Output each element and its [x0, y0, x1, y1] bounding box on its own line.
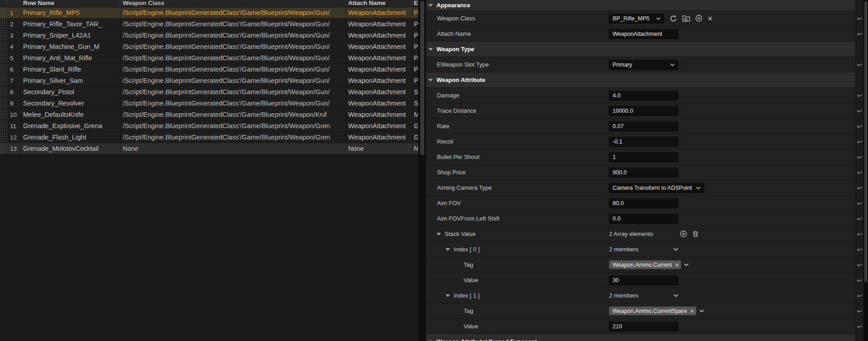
reset-to-default-button[interactable]: ↩: [855, 88, 863, 103]
cell-weapon-class[interactable]: /Script/Engine.BlueprintGeneratedClass'/…: [120, 86, 346, 97]
table-row[interactable]: 7 Primary_Silver_Sam /Script/Engine.Blue…: [0, 75, 418, 86]
cell-weapon-class[interactable]: /Script/Engine.BlueprintGeneratedClass'/…: [120, 53, 346, 63]
row-drag-handle[interactable]: [0, 120, 8, 131]
cell-slot-type[interactable]: P: [412, 30, 418, 41]
row-drag-handle[interactable]: [0, 86, 8, 97]
category-weapon-type[interactable]: Weapon Type: [426, 42, 863, 57]
reset-to-default-button[interactable]: ↩: [855, 226, 863, 241]
aim-fov-input[interactable]: 80.0: [609, 198, 678, 208]
recoil-input[interactable]: -0.1: [609, 137, 678, 147]
category-spread-exponent-partial[interactable]: Weapon Attribute/ Spread Exponent: [426, 334, 863, 341]
aim-fov-left-shift-input[interactable]: 0.0: [609, 214, 678, 224]
column-header-attach-name[interactable]: Attach Name: [346, 0, 412, 7]
reset-to-default-button[interactable]: ↩: [855, 211, 863, 226]
cell-attach-name[interactable]: WeaponAttachment: [346, 75, 412, 86]
reset-to-default-button[interactable]: ↩: [855, 273, 863, 288]
cell-attach-name[interactable]: WeaponAttachment: [346, 53, 412, 63]
cell-attach-name[interactable]: WeaponAttachment: [346, 19, 412, 29]
table-row[interactable]: 13 Grenade_MolotovCocktail None None N: [0, 143, 418, 154]
cell-slot-type[interactable]: G: [412, 132, 418, 143]
cell-row-name[interactable]: Primary_Machine_Gun_M: [21, 41, 120, 52]
table-row[interactable]: 1 Primary_Rifle_MP5 /Script/Engine.Bluep…: [0, 7, 418, 19]
table-row[interactable]: 9 Secondary_Revolver /Script/Engine.Blue…: [0, 98, 418, 109]
bullet-per-shoot-input[interactable]: 1: [609, 152, 678, 162]
cell-attach-name[interactable]: WeaponAttachment: [346, 41, 412, 52]
row-drag-handle[interactable]: [0, 19, 8, 29]
collapse-arrow-icon[interactable]: [428, 48, 433, 51]
panel-splitter[interactable]: [418, 0, 426, 341]
cell-slot-type[interactable]: G: [412, 120, 418, 131]
reset-to-default-button[interactable]: ↩: [855, 180, 863, 195]
cell-row-name[interactable]: Grenade_MolotovCocktail: [21, 143, 120, 154]
cell-attach-name[interactable]: WeaponAttachment: [346, 109, 412, 120]
cell-attach-name[interactable]: WeaponAttachment: [346, 98, 412, 109]
row-drag-handle[interactable]: [0, 41, 8, 52]
index-members-dropdown[interactable]: 2 members: [609, 246, 678, 253]
category-weapon-attribute[interactable]: Weapon Attribute: [426, 72, 863, 88]
cell-slot-type[interactable]: N: [412, 143, 418, 154]
cell-weapon-class[interactable]: /Script/Engine.BlueprintGeneratedClass'/…: [120, 7, 346, 18]
cell-row-name[interactable]: Grenade_Explosive_Grena: [21, 120, 120, 131]
row-drag-handle[interactable]: [0, 75, 8, 86]
table-row[interactable]: 8 Secondary_Pistol /Script/Engine.Bluepr…: [0, 86, 418, 98]
cell-weapon-class[interactable]: /Script/Engine.BlueprintGeneratedClass'/…: [120, 75, 346, 86]
row-drag-handle[interactable]: [0, 7, 8, 18]
add-asset-icon[interactable]: [695, 15, 702, 22]
tag-dropdown-chevron-icon[interactable]: [699, 309, 704, 312]
row-drag-handle[interactable]: [0, 98, 8, 109]
cell-row-name[interactable]: Primary_Rifle_Tavor_TAR_: [21, 19, 120, 29]
gameplay-tag-chip[interactable]: Weapon.Ammo.CurrentSpare ×: [609, 307, 696, 315]
cell-weapon-class[interactable]: /Script/Engine.BlueprintGeneratedClass'/…: [120, 132, 346, 143]
column-header-row-name[interactable]: Row Name: [21, 0, 120, 7]
slot-type-dropdown[interactable]: Primary: [609, 60, 678, 70]
cell-slot-type[interactable]: S: [412, 86, 418, 97]
cell-slot-type[interactable]: P: [412, 75, 418, 86]
add-array-element-icon[interactable]: [680, 231, 687, 237]
table-row[interactable]: 10 Melee_DefaultsKnife /Script/Engine.Bl…: [0, 109, 418, 120]
cell-weapon-class[interactable]: /Script/Engine.BlueprintGeneratedClass'/…: [120, 41, 346, 52]
cell-attach-name[interactable]: WeaponAttachment: [346, 7, 412, 18]
reset-to-default-button[interactable]: ↩: [855, 165, 863, 180]
shop-price-input[interactable]: 900.0: [609, 168, 678, 178]
table-row[interactable]: 5 Primary_Anti_Mat_Rifle /Script/Engine.…: [0, 53, 418, 64]
clear-array-icon[interactable]: [692, 231, 699, 237]
attach-name-input[interactable]: WeaponAttachment: [609, 29, 678, 39]
collapse-arrow-icon[interactable]: [446, 294, 450, 297]
browse-to-asset-icon[interactable]: [682, 15, 690, 22]
cell-attach-name[interactable]: None: [346, 143, 412, 154]
use-selected-asset-icon[interactable]: [670, 15, 677, 22]
cell-slot-type[interactable]: P: [412, 19, 418, 29]
column-header-slot-type[interactable]: E: [412, 0, 418, 7]
reset-to-default-button[interactable]: ↩: [855, 196, 863, 211]
tag-dropdown-chevron-icon[interactable]: [684, 263, 689, 266]
reset-to-default-button[interactable]: ↩: [855, 242, 863, 257]
remove-tag-icon[interactable]: ×: [690, 308, 694, 314]
cell-row-name[interactable]: Primary_Anti_Mat_Rifle: [21, 53, 120, 63]
reset-to-default-button[interactable]: ↩: [855, 26, 863, 41]
table-row[interactable]: 11 Grenade_Explosive_Grena /Script/Engin…: [0, 120, 418, 132]
cell-row-name[interactable]: Primary_Sniper_L42A1: [21, 30, 120, 41]
collapse-arrow-icon[interactable]: [428, 79, 433, 82]
cell-row-name[interactable]: Secondary_Revolver: [21, 98, 120, 109]
cell-row-name[interactable]: Primary_Slant_Rifle: [21, 64, 120, 75]
cell-attach-name[interactable]: WeaponAttachment: [346, 30, 412, 41]
row-drag-handle[interactable]: [0, 109, 8, 120]
tag-value-input[interactable]: 210: [609, 322, 678, 331]
row-drag-handle[interactable]: [0, 143, 8, 154]
category-appearance[interactable]: Appearance: [426, 0, 863, 11]
cell-slot-type[interactable]: S: [412, 98, 418, 109]
table-row[interactable]: 12 Grenade_Flash_Light /Script/Engine.Bl…: [0, 132, 418, 143]
reset-to-default-button[interactable]: ↩: [855, 257, 863, 272]
reset-to-default-button[interactable]: ↩: [855, 288, 863, 303]
cell-slot-type[interactable]: P: [412, 7, 418, 18]
weapon-class-dropdown[interactable]: BP_Rifle_MP5: [609, 14, 664, 24]
row-drag-handle[interactable]: [0, 53, 8, 63]
details-scrollbar[interactable]: [863, 0, 868, 341]
reset-to-default-button[interactable]: ↩: [855, 319, 863, 334]
table-scrollbar-thumb[interactable]: [420, 1, 424, 155]
cell-row-name[interactable]: Primary_Rifle_MP5: [21, 7, 120, 18]
aiming-camera-type-dropdown[interactable]: Camera Transform to ADSPoint: [609, 183, 704, 193]
row-drag-handle[interactable]: [0, 30, 8, 41]
cell-row-name[interactable]: Melee_DefaultsKnife: [21, 109, 120, 120]
cell-attach-name[interactable]: WeaponAttachment: [346, 120, 412, 131]
